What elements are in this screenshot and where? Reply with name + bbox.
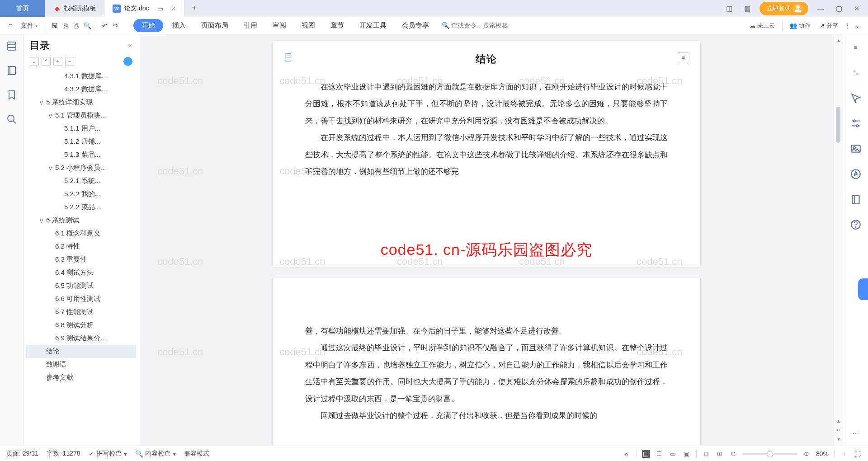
print-icon[interactable]: ⎙	[72, 22, 80, 30]
more-tools-icon[interactable]: ⋯	[850, 428, 862, 439]
brightness-icon[interactable]: ☼	[623, 450, 631, 458]
outline-item[interactable]: 5.1.1 用户...	[26, 122, 136, 135]
content-check-button[interactable]: 🔍 内容检查 ▾	[135, 450, 176, 458]
cursor-icon[interactable]	[850, 92, 862, 104]
scroll-marker-icon[interactable]: ○	[837, 427, 840, 433]
help-icon[interactable]	[850, 219, 862, 230]
close-window-button[interactable]: ✕	[851, 5, 863, 13]
close-icon[interactable]: ×	[171, 5, 175, 13]
search-icon[interactable]	[6, 114, 17, 125]
maximize-button[interactable]: ▢	[833, 5, 845, 13]
ribbon-tab-insert[interactable]: 插入	[166, 19, 192, 33]
word-count[interactable]: 字数: 11278	[47, 450, 80, 458]
remove-item-icon[interactable]: −	[65, 57, 74, 66]
outline-item[interactable]: 6.2 特性	[26, 240, 136, 253]
zoom-slider[interactable]	[743, 453, 797, 455]
zoom-out-icon[interactable]: ⊖	[729, 450, 737, 458]
side-panel-tab[interactable]	[858, 278, 868, 300]
outline-item[interactable]: ∨6 系统测试	[26, 214, 136, 227]
outline-item[interactable]: 4.3.1 数据库...	[26, 70, 136, 83]
outline-item[interactable]: ∨5.1 管理员模块...	[26, 109, 136, 122]
file-menu[interactable]: 文件 ▾	[17, 20, 41, 32]
undo-icon[interactable]: ↶	[101, 22, 109, 30]
page-options-icon[interactable]	[283, 52, 293, 62]
new-tab-button[interactable]: +	[184, 0, 204, 17]
pen-icon[interactable]: ✎	[850, 67, 862, 79]
outline-item[interactable]: 6.6 可用性测试	[26, 292, 136, 306]
ribbon-tab-developer[interactable]: 开发工具	[353, 19, 393, 33]
compass-icon[interactable]	[850, 168, 862, 180]
ribbon-tab-sections[interactable]: 章节	[324, 19, 350, 33]
collapse-ribbon-icon[interactable]: ⌄	[854, 22, 862, 30]
scroll-thumb[interactable]	[836, 107, 840, 143]
login-button[interactable]: 立即登录	[760, 2, 808, 15]
view-outline-icon[interactable]: ☰	[656, 450, 664, 458]
collaborate-button[interactable]: 👥 协作	[786, 20, 814, 32]
bookmark-icon[interactable]	[6, 89, 17, 100]
compat-mode[interactable]: 兼容模式	[184, 450, 209, 458]
ribbon-tab-start[interactable]: 开始	[133, 19, 163, 32]
tab-home[interactable]: 首页	[0, 0, 45, 17]
more-icon[interactable]: ⋮	[844, 22, 852, 30]
scroll-up-icon[interactable]: ▴	[834, 37, 843, 43]
scroll-next-icon[interactable]: ▾	[837, 436, 840, 442]
outline-item[interactable]: 6.1 概念和意义	[26, 227, 136, 240]
add-item-icon[interactable]: +	[53, 57, 62, 66]
book-icon[interactable]	[850, 193, 862, 205]
fullscreen-icon[interactable]: ⛶	[854, 450, 862, 458]
command-search[interactable]: 🔍 查找命令、搜索模板	[442, 22, 508, 30]
outline-item[interactable]: 6.4 测试方法	[26, 266, 136, 279]
ribbon-tab-member[interactable]: 会员专享	[396, 19, 435, 33]
hamburger-icon[interactable]: ≡	[850, 42, 862, 53]
outline-item[interactable]: 6.9 测试结果分...	[26, 332, 136, 345]
share-button[interactable]: ↗ 分享	[816, 20, 842, 32]
outline-item[interactable]: 6.7 性能测试	[26, 306, 136, 319]
outline-item[interactable]: 5.1.2 店铺...	[26, 135, 136, 148]
cloud-button[interactable]: ☁ 未上云	[746, 20, 778, 32]
layout-grid-icon[interactable]: ⊞	[716, 450, 724, 458]
settings-slider-icon[interactable]	[850, 118, 862, 129]
outline-item[interactable]: ∨5.2 小程序会员...	[26, 161, 136, 174]
thumbnail-icon[interactable]	[6, 65, 17, 76]
apps-icon[interactable]: ▦	[741, 5, 753, 13]
view-read-icon[interactable]: ▣	[683, 450, 691, 458]
outline-item[interactable]: 4.3.2 数据库...	[26, 83, 136, 96]
ribbon-tab-references[interactable]: 引用	[237, 19, 264, 33]
outline-item[interactable]: 6.3 重要性	[26, 253, 136, 266]
outline-toggle-icon[interactable]	[6, 41, 17, 52]
close-outline-icon[interactable]: ×	[127, 41, 132, 51]
view-web-icon[interactable]: ▭	[669, 450, 677, 458]
tab-document[interactable]: W 论文.doc ▭ ×	[104, 0, 184, 17]
ribbon-tab-view[interactable]: 视图	[295, 19, 321, 33]
page-menu-icon[interactable]: ≡	[677, 52, 689, 62]
outline-item[interactable]: 5.1.3 菜品...	[26, 148, 136, 161]
collapse-all-icon[interactable]: ⌄	[30, 57, 39, 66]
ribbon-tab-layout[interactable]: 页面布局	[195, 19, 235, 33]
redo-icon[interactable]: ↷	[112, 22, 120, 30]
tab-device-icon[interactable]: ▭	[156, 5, 164, 13]
outline-item[interactable]: 6.8 测试分析	[26, 319, 136, 332]
outline-item[interactable]: 参考文献	[26, 371, 136, 384]
outline-item[interactable]: 结论	[26, 345, 136, 358]
outline-item[interactable]: ∨5 系统详细实现	[26, 96, 136, 109]
layout-icon[interactable]: ◫	[723, 5, 735, 13]
outline-item[interactable]: 6.5 功能测试	[26, 279, 136, 292]
zoom-plus-icon[interactable]: +	[840, 450, 848, 458]
document-canvas[interactable]: ≡ 结论 在这次毕业设计中遇到的最困难的方面就是在数据库方面的知识，在刚开始进行…	[139, 34, 834, 446]
zoom-level[interactable]: 80%	[816, 450, 829, 457]
preview-icon[interactable]: 🔍	[83, 22, 91, 30]
ribbon-tab-review[interactable]: 审阅	[266, 19, 292, 33]
spell-check-button[interactable]: ✓ 拼写检查 ▾	[89, 450, 127, 458]
zoom-in-icon[interactable]: ⊕	[802, 450, 811, 458]
tab-template[interactable]: ◆ 找稻壳模板	[45, 0, 104, 17]
outline-item[interactable]: 5.2.2 我的...	[26, 188, 136, 201]
export-icon[interactable]: ⎘	[61, 22, 70, 30]
expand-all-icon[interactable]: ⌃	[42, 57, 51, 66]
save-icon[interactable]: 🖫	[51, 22, 59, 30]
fit-width-icon[interactable]: ⊡	[702, 450, 710, 458]
scroll-prev-icon[interactable]: ▴	[837, 418, 840, 424]
menu-icon[interactable]: ≡	[6, 22, 14, 30]
outline-item[interactable]: 5.2.1 系统...	[26, 174, 136, 188]
outline-settings-icon[interactable]	[123, 57, 132, 66]
image-icon[interactable]	[850, 143, 862, 155]
